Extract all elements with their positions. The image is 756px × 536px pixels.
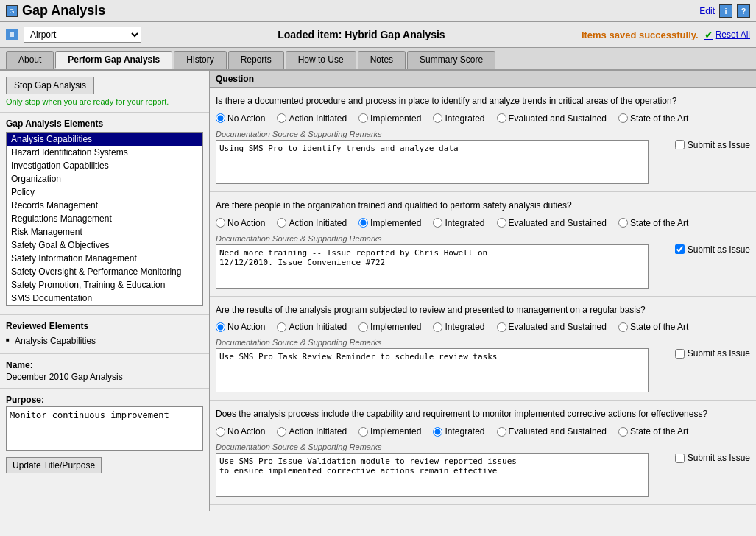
- radio-input[interactable]: [618, 113, 628, 123]
- sidebar-element-item[interactable]: Safety Information Management: [7, 252, 202, 265]
- submit-as-issue-checkbox[interactable]: Submit as Issue: [675, 244, 750, 255]
- radio-option-evaluated-and-sustained[interactable]: Evaluated and Sustained: [497, 322, 607, 332]
- radio-option-no-action[interactable]: No Action: [216, 113, 265, 124]
- radio-label: Integrated: [445, 322, 484, 332]
- help-button[interactable]: ?: [737, 4, 750, 18]
- radio-input[interactable]: [216, 218, 225, 228]
- toolbar: Airport Loaded item: Hybrid Gap Analysis…: [0, 22, 756, 48]
- radio-input[interactable]: [433, 218, 442, 228]
- doc-textarea[interactable]: [216, 140, 649, 184]
- sidebar-element-item[interactable]: Regulations Management: [7, 212, 202, 225]
- radio-option-implemented[interactable]: Implemented: [358, 322, 421, 332]
- radio-input[interactable]: [433, 427, 442, 437]
- sidebar-element-item[interactable]: Investigation Capabilities: [7, 159, 202, 172]
- submit-as-issue-checkbox[interactable]: Submit as Issue: [675, 140, 750, 150]
- tab-about[interactable]: About: [6, 51, 54, 69]
- radio-input[interactable]: [497, 113, 506, 123]
- radio-input[interactable]: [497, 218, 506, 228]
- tab-how-to-use[interactable]: How to Use: [286, 51, 356, 69]
- name-section: Name: December 2010 Gap Analysis: [0, 354, 209, 389]
- tab-perform-gap-analysis[interactable]: Perform Gap Analysis: [55, 51, 172, 69]
- radio-input[interactable]: [277, 427, 286, 437]
- radio-group: No ActionAction InitiatedImplementedInte…: [216, 426, 750, 437]
- radio-option-no-action[interactable]: No Action: [216, 322, 265, 332]
- app-title-area: G Gap Analysis: [6, 3, 105, 18]
- tab-history[interactable]: History: [174, 51, 226, 69]
- radio-input[interactable]: [277, 218, 286, 228]
- radio-option-state-of-the-art[interactable]: State of the Art: [618, 426, 688, 437]
- submit-issue-input[interactable]: [675, 244, 685, 254]
- question-text: Are there people in the organization tra…: [216, 200, 750, 212]
- info-button[interactable]: i: [719, 4, 732, 18]
- airport-dropdown[interactable]: Airport: [24, 27, 141, 43]
- tab-reports[interactable]: Reports: [228, 51, 284, 69]
- radio-input[interactable]: [618, 218, 628, 228]
- stop-gap-analysis-button[interactable]: Stop Gap Analysis: [6, 77, 94, 94]
- radio-option-evaluated-and-sustained[interactable]: Evaluated and Sustained: [497, 218, 607, 228]
- sidebar-element-item[interactable]: Records Management: [7, 199, 202, 212]
- radio-input[interactable]: [433, 113, 442, 123]
- update-title-purpose-button[interactable]: Update Title/Purpose: [6, 457, 102, 473]
- radio-input[interactable]: [358, 427, 368, 437]
- radio-input[interactable]: [277, 113, 286, 123]
- radio-option-implemented[interactable]: Implemented: [358, 426, 421, 437]
- radio-option-implemented[interactable]: Implemented: [358, 113, 421, 124]
- radio-input[interactable]: [358, 113, 368, 123]
- reset-all-link[interactable]: ✔ Reset All: [704, 29, 750, 40]
- doc-section-label: Documentation Source & Supporting Remark…: [216, 130, 750, 138]
- radio-group: No ActionAction InitiatedImplementedInte…: [216, 218, 750, 228]
- radio-input[interactable]: [216, 427, 225, 437]
- radio-option-action-initiated[interactable]: Action Initiated: [277, 426, 347, 437]
- radio-input[interactable]: [358, 218, 368, 228]
- radio-option-integrated[interactable]: Integrated: [433, 113, 484, 124]
- sidebar-element-item[interactable]: Risk Management: [7, 225, 202, 239]
- sidebar-element-item[interactable]: Organization: [7, 172, 202, 186]
- radio-option-no-action[interactable]: No Action: [216, 218, 265, 228]
- tab-notes[interactable]: Notes: [358, 51, 406, 69]
- radio-option-evaluated-and-sustained[interactable]: Evaluated and Sustained: [497, 113, 607, 124]
- radio-option-implemented[interactable]: Implemented: [358, 218, 421, 228]
- submit-as-issue-checkbox[interactable]: Submit as Issue: [675, 348, 750, 359]
- radio-option-state-of-the-art[interactable]: State of the Art: [618, 218, 688, 228]
- radio-option-state-of-the-art[interactable]: State of the Art: [618, 113, 688, 124]
- radio-input[interactable]: [497, 427, 506, 437]
- doc-textarea[interactable]: [216, 244, 649, 289]
- radio-input[interactable]: [497, 322, 506, 332]
- submit-issue-input[interactable]: [675, 454, 685, 463]
- doc-textarea[interactable]: [216, 348, 649, 392]
- radio-input[interactable]: [618, 322, 628, 332]
- sidebar-element-item[interactable]: Safety Promotion, Training & Education: [7, 278, 202, 292]
- radio-input[interactable]: [358, 322, 368, 332]
- radio-option-action-initiated[interactable]: Action Initiated: [277, 218, 347, 228]
- purpose-textarea[interactable]: [6, 406, 203, 451]
- doc-textarea[interactable]: [216, 453, 649, 497]
- submit-issue-input[interactable]: [675, 349, 685, 359]
- reset-label: Reset All: [716, 29, 750, 40]
- radio-option-action-initiated[interactable]: Action Initiated: [277, 113, 347, 124]
- radio-input[interactable]: [618, 427, 628, 437]
- radio-input[interactable]: [216, 322, 225, 332]
- sidebar-element-item[interactable]: Hazard Identification Systems: [7, 146, 202, 159]
- radio-input[interactable]: [433, 322, 442, 332]
- submit-issue-input[interactable]: [675, 140, 685, 149]
- radio-option-evaluated-and-sustained[interactable]: Evaluated and Sustained: [497, 426, 607, 437]
- radio-option-integrated[interactable]: Integrated: [433, 218, 484, 228]
- radio-option-integrated[interactable]: Integrated: [433, 322, 484, 332]
- radio-option-action-initiated[interactable]: Action Initiated: [277, 322, 347, 332]
- radio-input[interactable]: [277, 322, 286, 332]
- radio-option-state-of-the-art[interactable]: State of the Art: [618, 322, 688, 332]
- radio-label: Action Initiated: [289, 218, 347, 228]
- sidebar-element-item[interactable]: Analysis Capabilities: [7, 133, 202, 146]
- elements-title: Gap Analysis Elements: [6, 119, 203, 129]
- radio-option-no-action[interactable]: No Action: [216, 426, 265, 437]
- sidebar-element-item[interactable]: SMS Documentation: [7, 292, 202, 305]
- tab-summary-score[interactable]: Summary Score: [407, 51, 495, 69]
- purpose-label: Purpose:: [6, 395, 203, 405]
- sidebar-element-item[interactable]: Safety Oversight & Performance Monitorin…: [7, 265, 202, 278]
- edit-link[interactable]: Edit: [699, 6, 715, 16]
- radio-input[interactable]: [216, 113, 225, 123]
- radio-option-integrated[interactable]: Integrated: [433, 426, 484, 437]
- sidebar-element-item[interactable]: Safety Goal & Objectives: [7, 239, 202, 252]
- sidebar-element-item[interactable]: Policy: [7, 186, 202, 199]
- submit-as-issue-checkbox[interactable]: Submit as Issue: [675, 453, 750, 463]
